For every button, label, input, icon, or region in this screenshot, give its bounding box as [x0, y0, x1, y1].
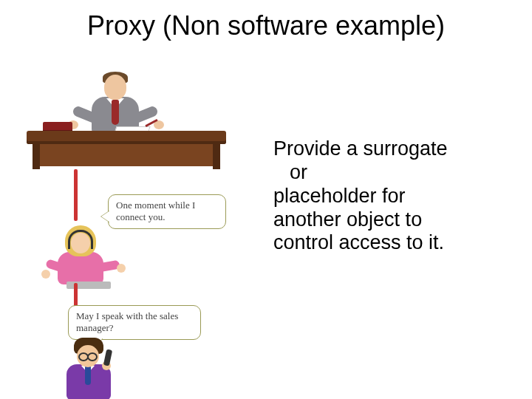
slide-title: Proxy (Non software example) [0, 10, 532, 41]
caller-tie-icon [85, 366, 91, 385]
description-text: Provide a surrogate or placeholder for a… [273, 137, 510, 255]
secretary-body-icon [58, 252, 103, 284]
secretary-illustration [41, 225, 137, 292]
keyboard-icon [66, 282, 111, 289]
desc-line: or [273, 161, 510, 185]
desk-icon [27, 131, 226, 144]
bubble-tail-icon [101, 211, 110, 222]
caller-illustration [50, 336, 139, 399]
manager-tie-icon [112, 100, 119, 125]
desk-leg-icon [213, 144, 220, 169]
secretary-speech-bubble: One moment while I connect you. [108, 194, 226, 229]
bubble-text: May I speak with the sales manager? [76, 310, 178, 333]
desc-line: another object to [273, 208, 510, 232]
glasses-icon [78, 352, 98, 358]
caller-speech-bubble: May I speak with the sales manager? [68, 305, 201, 340]
desc-line: control access to it. [273, 231, 510, 255]
desk-leg-icon [33, 144, 40, 169]
bubble-text: One moment while I connect you. [116, 200, 195, 222]
connector-line-icon [74, 169, 78, 221]
secretary-hand-icon [41, 270, 50, 279]
desc-line: placeholder for [273, 185, 510, 208]
desk-icon [35, 144, 217, 166]
secretary-hand-icon [117, 264, 126, 273]
slide: Proxy (Non software example) Provide a s… [0, 0, 532, 399]
manager-head-icon [104, 75, 126, 100]
headset-icon [68, 230, 93, 249]
desc-line: Provide a surrogate [273, 137, 510, 161]
illustration: One moment while I connect you. May I sp… [27, 70, 248, 388]
phone-handset-icon [103, 349, 112, 366]
manager-illustration [27, 70, 226, 174]
